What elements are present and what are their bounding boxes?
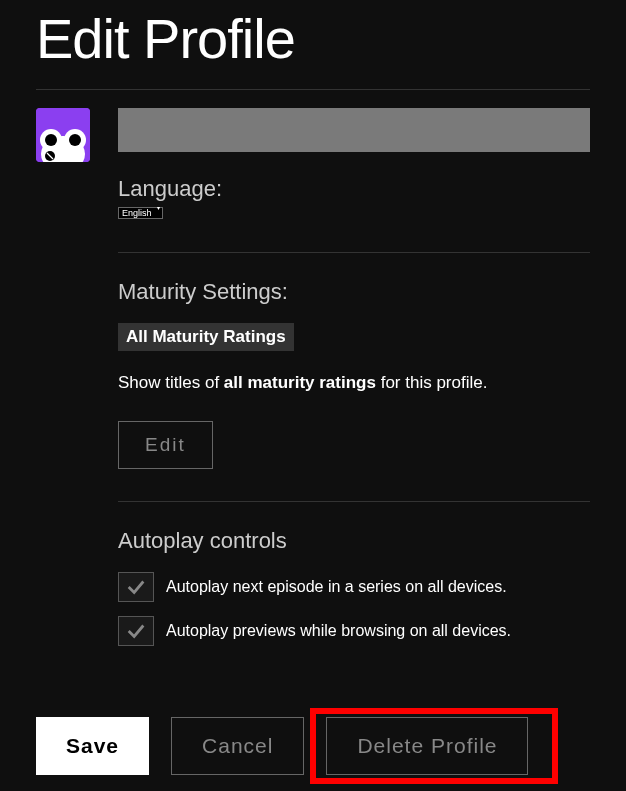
svg-point-4: [45, 134, 57, 146]
page-title: Edit Profile: [36, 0, 590, 90]
language-select[interactable]: English: [118, 207, 163, 219]
autoplay-option-previews: Autoplay previews while browsing on all …: [118, 616, 590, 646]
svg-point-5: [69, 134, 81, 146]
autoplay-previews-checkbox[interactable]: [118, 616, 154, 646]
maturity-heading: Maturity Settings:: [118, 279, 590, 305]
autoplay-previews-label: Autoplay previews while browsing on all …: [166, 622, 511, 640]
delete-profile-button[interactable]: Delete Profile: [326, 717, 528, 775]
action-bar: Save Cancel Delete Profile: [36, 717, 590, 775]
maturity-edit-button[interactable]: Edit: [118, 421, 213, 469]
cancel-button[interactable]: Cancel: [171, 717, 304, 775]
divider: [118, 252, 590, 253]
autoplay-option-next-episode: Autoplay next episode in a series on all…: [118, 572, 590, 602]
profile-name-input[interactable]: [118, 108, 590, 152]
autoplay-next-label: Autoplay next episode in a series on all…: [166, 578, 507, 596]
language-label: Language:: [118, 176, 590, 202]
maturity-rating-chip: All Maturity Ratings: [118, 323, 294, 351]
maturity-description: Show titles of all maturity ratings for …: [118, 373, 590, 393]
autoplay-next-checkbox[interactable]: [118, 572, 154, 602]
autoplay-heading: Autoplay controls: [118, 528, 590, 554]
profile-avatar[interactable]: [36, 108, 90, 162]
save-button[interactable]: Save: [36, 717, 149, 775]
divider: [118, 501, 590, 502]
checkmark-icon: [125, 620, 147, 642]
checkmark-icon: [125, 576, 147, 598]
